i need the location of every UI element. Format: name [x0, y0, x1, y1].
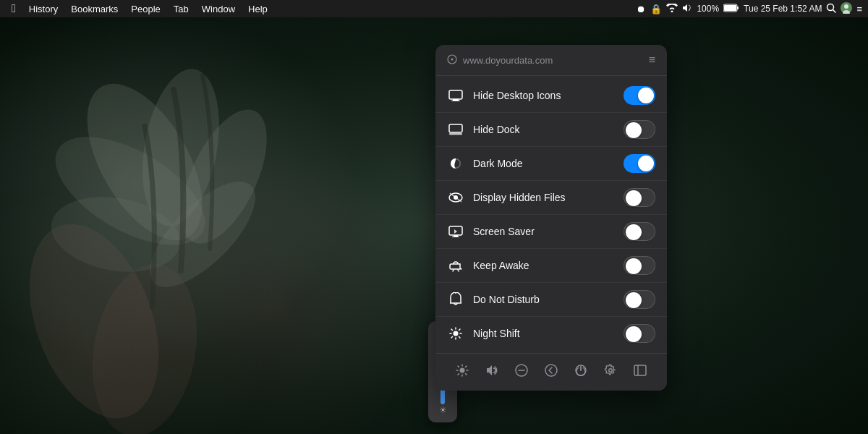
- brightness-min-icon: ☀: [439, 405, 447, 415]
- menubar-left:  History Bookmarks People Tab Window He…: [6, 2, 273, 16]
- toolbar-sidebar-btn[interactable]: [631, 362, 650, 383]
- svg-line-39: [451, 337, 453, 339]
- flower-art: [0, 17, 420, 434]
- screen-record-icon[interactable]: ⏺: [637, 4, 646, 14]
- night-shift-label: Night Shift: [473, 328, 615, 339]
- search-icon[interactable]: [826, 3, 836, 15]
- toolbar-power-btn[interactable]: [571, 361, 590, 383]
- display-hidden-files-toggle[interactable]: [624, 188, 655, 207]
- svg-point-51: [545, 365, 557, 376]
- background: ☀ ☀ www.doyourdata.com ≡: [0, 17, 868, 434]
- svg-line-38: [459, 329, 461, 331]
- svg-line-30: [458, 270, 459, 271]
- svg-line-47: [465, 366, 466, 367]
- keep-awake-icon: [447, 257, 464, 274]
- hide-dock-icon: [447, 121, 464, 138]
- svg-line-4: [833, 9, 836, 12]
- setting-hide-dock: Hide Dock: [435, 113, 667, 147]
- dark-mode-icon: [447, 155, 464, 172]
- svg-rect-1: [724, 5, 736, 11]
- svg-rect-22: [449, 133, 462, 135]
- panel-header: www.doyourdata.com ≡: [435, 45, 667, 76]
- svg-rect-27: [454, 235, 458, 237]
- wifi-icon[interactable]: [666, 4, 678, 14]
- hide-desktop-icons-label: Hide Desktop Icons: [473, 90, 615, 101]
- menubar:  History Bookmarks People Tab Window He…: [0, 0, 868, 17]
- svg-point-40: [459, 368, 464, 373]
- do-not-disturb-label: Do Not Disturb: [473, 294, 615, 305]
- do-not-disturb-icon: [447, 291, 464, 308]
- display-hidden-files-icon: [447, 189, 464, 206]
- panel-menu-icon[interactable]: ≡: [649, 54, 655, 67]
- screen-saver-icon: [447, 223, 464, 240]
- hide-dock-toggle[interactable]: [624, 120, 655, 139]
- datetime: Tue 25 Feb 1:52 AM: [744, 4, 822, 14]
- screen-saver-toggle[interactable]: [624, 222, 655, 241]
- svg-point-6: [844, 4, 848, 9]
- night-shift-icon: [447, 325, 464, 342]
- menu-window[interactable]: Window: [196, 2, 241, 16]
- setting-dark-mode: Dark Mode: [435, 147, 667, 181]
- do-not-disturb-toggle[interactable]: [624, 290, 655, 309]
- svg-rect-54: [634, 365, 646, 375]
- svg-rect-28: [452, 237, 459, 237]
- svg-line-37: [459, 337, 461, 339]
- menu-bookmarks[interactable]: Bookmarks: [65, 2, 124, 16]
- setting-do-not-disturb: Do Not Disturb: [435, 283, 667, 317]
- hide-dock-label: Hide Dock: [473, 124, 615, 135]
- svg-rect-2: [737, 7, 739, 9]
- privacy-icon[interactable]: 🔒: [650, 4, 662, 14]
- display-hidden-files-label: Display Hidden Files: [473, 192, 615, 203]
- setting-screen-saver: Screen Saver: [435, 215, 667, 249]
- toolbar-brightness-btn[interactable]: [453, 361, 472, 383]
- svg-line-36: [451, 329, 453, 331]
- list-icon[interactable]: ≡: [856, 4, 862, 14]
- settings-list: Hide Desktop Icons Hide Dock: [435, 76, 667, 353]
- keep-awake-toggle[interactable]: [624, 256, 655, 275]
- svg-line-46: [465, 374, 466, 375]
- battery-icon: [723, 4, 739, 14]
- setting-keep-awake: Keep Awake: [435, 249, 667, 283]
- svg-rect-20: [451, 101, 460, 101]
- svg-point-17: [451, 58, 454, 60]
- toolbar-back-btn[interactable]: [542, 361, 561, 383]
- bottom-toolbar: [435, 353, 667, 391]
- svg-rect-21: [449, 124, 462, 132]
- toolbar-settings-btn[interactable]: [601, 361, 620, 383]
- dark-mode-toggle[interactable]: [624, 154, 655, 173]
- menu-tab[interactable]: Tab: [168, 2, 195, 16]
- apple-menu[interactable]: : [6, 2, 22, 15]
- volume-icon[interactable]: [682, 4, 692, 14]
- setting-night-shift: Night Shift: [435, 317, 667, 350]
- svg-line-45: [458, 366, 459, 367]
- menu-help[interactable]: Help: [242, 2, 273, 16]
- hide-desktop-icons-toggle[interactable]: [624, 86, 655, 105]
- popup-panel: www.doyourdata.com ≡ Hide Desktop Icons: [435, 45, 667, 391]
- url-icon: [447, 54, 457, 67]
- keep-awake-label: Keep Awake: [473, 260, 615, 271]
- svg-line-48: [458, 374, 459, 375]
- setting-display-hidden-files: Display Hidden Files: [435, 181, 667, 215]
- svg-rect-18: [449, 90, 462, 99]
- dark-mode-label: Dark Mode: [473, 158, 615, 169]
- screen-saver-label: Screen Saver: [473, 226, 615, 237]
- battery-percent: 100%: [697, 4, 719, 14]
- panel-url: www.doyourdata.com: [463, 55, 649, 66]
- svg-point-31: [454, 331, 459, 336]
- menubar-right: ⏺ 🔒 100% Tue 25 Feb 1:52 AM: [637, 2, 862, 16]
- menu-history[interactable]: History: [23, 2, 64, 16]
- night-shift-toggle[interactable]: [624, 324, 655, 343]
- toolbar-dnd-btn[interactable]: [512, 361, 531, 383]
- toolbar-volume-btn[interactable]: [482, 362, 501, 383]
- menu-people[interactable]: People: [125, 2, 166, 16]
- svg-line-29: [453, 270, 454, 271]
- svg-rect-19: [453, 99, 459, 101]
- hide-desktop-icons-icon: [447, 87, 464, 104]
- avatar-icon[interactable]: [841, 2, 852, 16]
- setting-hide-desktop-icons: Hide Desktop Icons: [435, 79, 667, 113]
